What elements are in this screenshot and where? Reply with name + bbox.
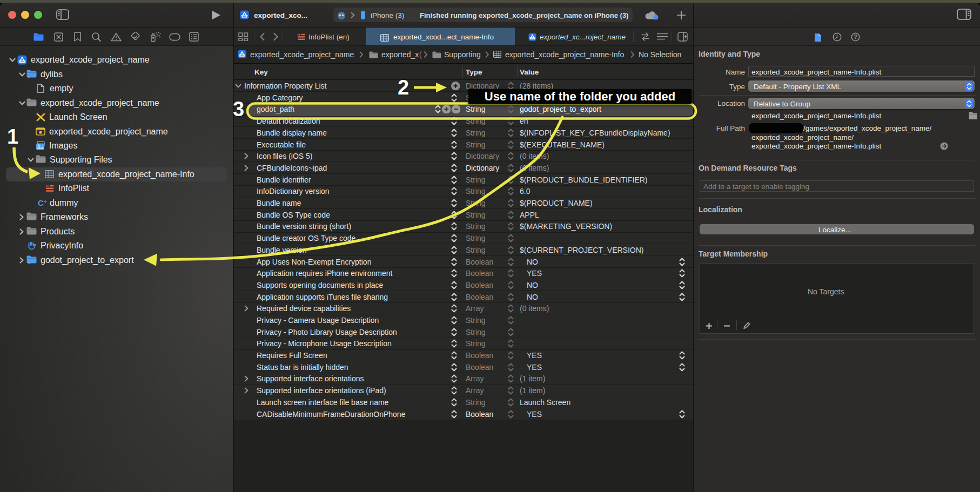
svg-text:?: ?	[854, 34, 857, 40]
